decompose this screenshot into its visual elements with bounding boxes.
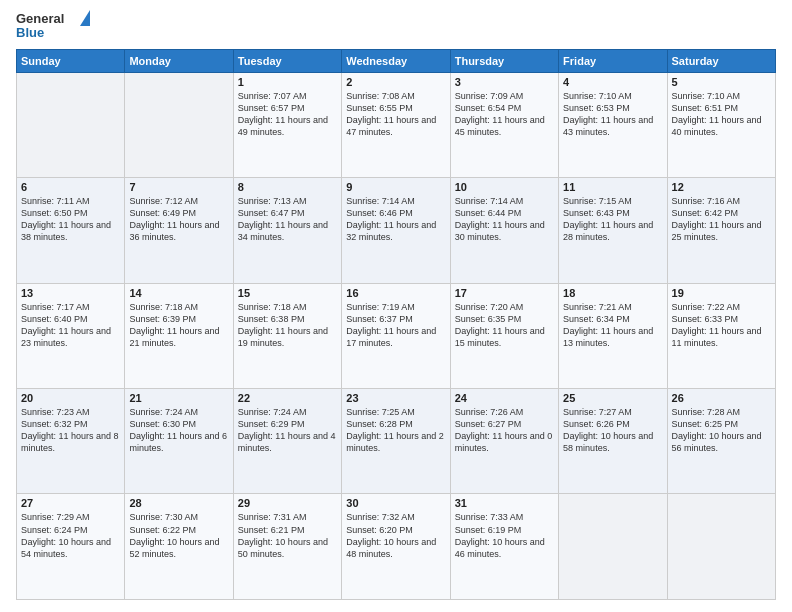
cell-content: Sunrise: 7:30 AMSunset: 6:22 PMDaylight:… [129, 511, 228, 560]
day-number: 20 [21, 392, 120, 404]
day-number: 5 [672, 76, 771, 88]
calendar-cell: 19Sunrise: 7:22 AMSunset: 6:33 PMDayligh… [667, 283, 775, 388]
cell-content: Sunrise: 7:18 AMSunset: 6:38 PMDaylight:… [238, 301, 337, 350]
cell-content: Sunrise: 7:13 AMSunset: 6:47 PMDaylight:… [238, 195, 337, 244]
cell-content: Sunrise: 7:25 AMSunset: 6:28 PMDaylight:… [346, 406, 445, 455]
week-row-2: 13Sunrise: 7:17 AMSunset: 6:40 PMDayligh… [17, 283, 776, 388]
day-number: 9 [346, 181, 445, 193]
day-number: 14 [129, 287, 228, 299]
calendar-cell: 9Sunrise: 7:14 AMSunset: 6:46 PMDaylight… [342, 178, 450, 283]
cell-content: Sunrise: 7:14 AMSunset: 6:44 PMDaylight:… [455, 195, 554, 244]
calendar-cell [559, 494, 667, 600]
day-number: 25 [563, 392, 662, 404]
calendar-cell: 31Sunrise: 7:33 AMSunset: 6:19 PMDayligh… [450, 494, 558, 600]
calendar-cell: 1Sunrise: 7:07 AMSunset: 6:57 PMDaylight… [233, 72, 341, 177]
day-number: 12 [672, 181, 771, 193]
calendar-cell: 23Sunrise: 7:25 AMSunset: 6:28 PMDayligh… [342, 389, 450, 494]
cell-content: Sunrise: 7:19 AMSunset: 6:37 PMDaylight:… [346, 301, 445, 350]
day-number: 8 [238, 181, 337, 193]
day-number: 22 [238, 392, 337, 404]
day-of-week-tuesday: Tuesday [233, 49, 341, 72]
day-number: 17 [455, 287, 554, 299]
day-number: 18 [563, 287, 662, 299]
cell-content: Sunrise: 7:17 AMSunset: 6:40 PMDaylight:… [21, 301, 120, 350]
calendar-cell [125, 72, 233, 177]
cell-content: Sunrise: 7:09 AMSunset: 6:54 PMDaylight:… [455, 90, 554, 139]
cell-content: Sunrise: 7:24 AMSunset: 6:29 PMDaylight:… [238, 406, 337, 455]
cell-content: Sunrise: 7:22 AMSunset: 6:33 PMDaylight:… [672, 301, 771, 350]
calendar-cell: 15Sunrise: 7:18 AMSunset: 6:38 PMDayligh… [233, 283, 341, 388]
day-number: 1 [238, 76, 337, 88]
day-number: 28 [129, 497, 228, 509]
cell-content: Sunrise: 7:14 AMSunset: 6:46 PMDaylight:… [346, 195, 445, 244]
calendar-cell [667, 494, 775, 600]
day-number: 27 [21, 497, 120, 509]
calendar-cell: 20Sunrise: 7:23 AMSunset: 6:32 PMDayligh… [17, 389, 125, 494]
week-row-3: 20Sunrise: 7:23 AMSunset: 6:32 PMDayligh… [17, 389, 776, 494]
cell-content: Sunrise: 7:31 AMSunset: 6:21 PMDaylight:… [238, 511, 337, 560]
calendar-cell: 16Sunrise: 7:19 AMSunset: 6:37 PMDayligh… [342, 283, 450, 388]
calendar-cell [17, 72, 125, 177]
calendar-header: SundayMondayTuesdayWednesdayThursdayFrid… [17, 49, 776, 72]
cell-content: Sunrise: 7:28 AMSunset: 6:25 PMDaylight:… [672, 406, 771, 455]
calendar-cell: 14Sunrise: 7:18 AMSunset: 6:39 PMDayligh… [125, 283, 233, 388]
day-of-week-wednesday: Wednesday [342, 49, 450, 72]
calendar-cell: 2Sunrise: 7:08 AMSunset: 6:55 PMDaylight… [342, 72, 450, 177]
day-number: 26 [672, 392, 771, 404]
day-number: 21 [129, 392, 228, 404]
day-number: 24 [455, 392, 554, 404]
day-number: 11 [563, 181, 662, 193]
day-number: 3 [455, 76, 554, 88]
day-number: 15 [238, 287, 337, 299]
header-row: SundayMondayTuesdayWednesdayThursdayFrid… [17, 49, 776, 72]
cell-content: Sunrise: 7:33 AMSunset: 6:19 PMDaylight:… [455, 511, 554, 560]
calendar-cell: 13Sunrise: 7:17 AMSunset: 6:40 PMDayligh… [17, 283, 125, 388]
calendar-cell: 17Sunrise: 7:20 AMSunset: 6:35 PMDayligh… [450, 283, 558, 388]
calendar-page: General Blue GeneralBlue SundayMondayTue… [0, 0, 792, 612]
day-number: 19 [672, 287, 771, 299]
calendar-cell: 30Sunrise: 7:32 AMSunset: 6:20 PMDayligh… [342, 494, 450, 600]
day-number: 10 [455, 181, 554, 193]
cell-content: Sunrise: 7:12 AMSunset: 6:49 PMDaylight:… [129, 195, 228, 244]
cell-content: Sunrise: 7:10 AMSunset: 6:53 PMDaylight:… [563, 90, 662, 139]
cell-content: Sunrise: 7:15 AMSunset: 6:43 PMDaylight:… [563, 195, 662, 244]
cell-content: Sunrise: 7:16 AMSunset: 6:42 PMDaylight:… [672, 195, 771, 244]
calendar-cell: 21Sunrise: 7:24 AMSunset: 6:30 PMDayligh… [125, 389, 233, 494]
cell-content: Sunrise: 7:24 AMSunset: 6:30 PMDaylight:… [129, 406, 228, 455]
cell-content: Sunrise: 7:18 AMSunset: 6:39 PMDaylight:… [129, 301, 228, 350]
calendar-cell: 24Sunrise: 7:26 AMSunset: 6:27 PMDayligh… [450, 389, 558, 494]
logo: General Blue GeneralBlue [16, 12, 78, 41]
calendar-cell: 12Sunrise: 7:16 AMSunset: 6:42 PMDayligh… [667, 178, 775, 283]
cell-content: Sunrise: 7:07 AMSunset: 6:57 PMDaylight:… [238, 90, 337, 139]
day-number: 31 [455, 497, 554, 509]
week-row-1: 6Sunrise: 7:11 AMSunset: 6:50 PMDaylight… [17, 178, 776, 283]
cell-content: Sunrise: 7:08 AMSunset: 6:55 PMDaylight:… [346, 90, 445, 139]
calendar-cell: 11Sunrise: 7:15 AMSunset: 6:43 PMDayligh… [559, 178, 667, 283]
calendar-cell: 27Sunrise: 7:29 AMSunset: 6:24 PMDayligh… [17, 494, 125, 600]
cell-content: Sunrise: 7:11 AMSunset: 6:50 PMDaylight:… [21, 195, 120, 244]
calendar-cell: 8Sunrise: 7:13 AMSunset: 6:47 PMDaylight… [233, 178, 341, 283]
cell-content: Sunrise: 7:29 AMSunset: 6:24 PMDaylight:… [21, 511, 120, 560]
cell-content: Sunrise: 7:27 AMSunset: 6:26 PMDaylight:… [563, 406, 662, 455]
calendar-cell: 18Sunrise: 7:21 AMSunset: 6:34 PMDayligh… [559, 283, 667, 388]
calendar-cell: 10Sunrise: 7:14 AMSunset: 6:44 PMDayligh… [450, 178, 558, 283]
cell-content: Sunrise: 7:32 AMSunset: 6:20 PMDaylight:… [346, 511, 445, 560]
calendar-body: 1Sunrise: 7:07 AMSunset: 6:57 PMDaylight… [17, 72, 776, 599]
cell-content: Sunrise: 7:21 AMSunset: 6:34 PMDaylight:… [563, 301, 662, 350]
week-row-0: 1Sunrise: 7:07 AMSunset: 6:57 PMDaylight… [17, 72, 776, 177]
calendar-cell: 6Sunrise: 7:11 AMSunset: 6:50 PMDaylight… [17, 178, 125, 283]
day-of-week-monday: Monday [125, 49, 233, 72]
day-number: 30 [346, 497, 445, 509]
calendar-cell: 25Sunrise: 7:27 AMSunset: 6:26 PMDayligh… [559, 389, 667, 494]
day-of-week-thursday: Thursday [450, 49, 558, 72]
day-number: 7 [129, 181, 228, 193]
calendar-cell: 29Sunrise: 7:31 AMSunset: 6:21 PMDayligh… [233, 494, 341, 600]
calendar-table: SundayMondayTuesdayWednesdayThursdayFrid… [16, 49, 776, 600]
calendar-cell: 7Sunrise: 7:12 AMSunset: 6:49 PMDaylight… [125, 178, 233, 283]
day-number: 6 [21, 181, 120, 193]
day-number: 4 [563, 76, 662, 88]
day-number: 13 [21, 287, 120, 299]
cell-content: Sunrise: 7:20 AMSunset: 6:35 PMDaylight:… [455, 301, 554, 350]
header: General Blue GeneralBlue [16, 12, 776, 41]
calendar-cell: 4Sunrise: 7:10 AMSunset: 6:53 PMDaylight… [559, 72, 667, 177]
